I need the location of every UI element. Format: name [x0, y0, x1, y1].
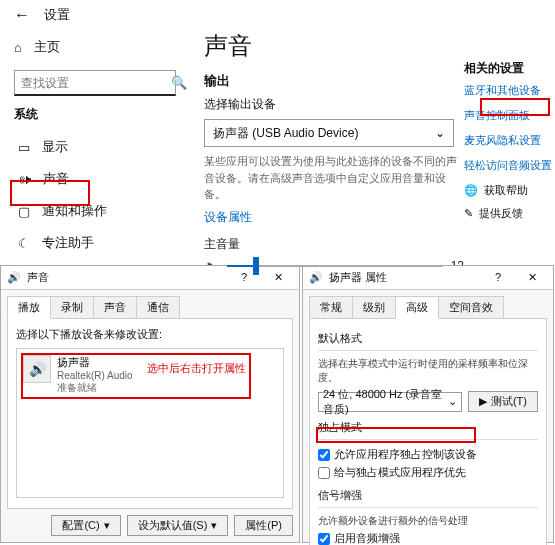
related-heading: 相关的设置	[464, 60, 555, 77]
set-default-button[interactable]: 设为默认值(S)▾	[127, 515, 229, 536]
home-icon: ⌂	[14, 40, 22, 55]
chevron-down-icon: ⌄	[435, 126, 445, 140]
speaker-properties-dialog: 🔊 扬声器 属性 ? ✕ 常规 级别 高级 空间音效 默认格式 选择在共享模式中…	[302, 265, 554, 543]
speaker-icon: 🔊	[7, 271, 21, 284]
tab-recording[interactable]: 录制	[50, 296, 94, 319]
exclusive-label: 独占模式	[318, 420, 538, 435]
checkbox-exclusive-control[interactable]: 允许应用程序独占控制该设备	[318, 447, 538, 462]
test-button[interactable]: ▶测试(T)	[468, 391, 538, 412]
dialog-title-speaker: 扬声器 属性	[329, 270, 387, 285]
nav-display[interactable]: ▭ 显示	[14, 131, 176, 163]
search-input[interactable]: 🔍	[14, 70, 176, 96]
sound-icon: 🕪	[18, 172, 31, 187]
get-help-link[interactable]: 🌐 获取帮助	[464, 183, 555, 198]
play-icon: ▶	[479, 395, 487, 408]
home-button[interactable]: ⌂ 主页	[14, 32, 176, 62]
close-icon[interactable]: ✕	[263, 271, 293, 284]
enhance-desc: 允许额外设备进行额外的信号处理	[318, 514, 538, 528]
search-icon: 🔍	[171, 75, 187, 90]
device-icon: 🔊	[23, 355, 51, 383]
choose-device-label: 选择输出设备	[204, 96, 464, 113]
tab-general[interactable]: 常规	[309, 296, 353, 319]
close-icon[interactable]: ✕	[517, 271, 547, 284]
default-format-desc: 选择在共享模式中运行时使用的采样频率和位深度。	[318, 357, 538, 385]
format-select[interactable]: 24 位, 48000 Hz (录音室音质) ⌄	[318, 392, 462, 412]
tab-playback[interactable]: 播放	[7, 296, 51, 319]
output-description: 某些应用可以设置为使用与此处选择的设备不同的声音设备。请在高级声音选项中自定义应…	[204, 153, 464, 203]
output-device-select[interactable]: 扬声器 (USB Audio Device) ⌄	[204, 119, 454, 147]
display-icon: ▭	[18, 140, 30, 155]
sidebar: ⌂ 主页 🔍 系统 ▭ 显示 🕪 声音 ▢ 通知和操作 ☾ 专注助	[0, 26, 190, 277]
chevron-down-icon: ▾	[211, 519, 217, 532]
back-icon[interactable]: ←	[14, 6, 30, 24]
tab-communications[interactable]: 通信	[136, 296, 180, 319]
tab-sounds[interactable]: 声音	[93, 296, 137, 319]
device-properties-link[interactable]: 设备属性	[204, 209, 464, 226]
dialog-title-sound: 声音	[27, 270, 49, 285]
configure-button[interactable]: 配置(C)▾	[51, 515, 120, 536]
notifications-icon: ▢	[18, 204, 30, 219]
sound-dialog: 🔊 声音 ? ✕ 播放 录制 声音 通信 选择以下播放设备来修改设置: 🔊 扬声…	[0, 265, 300, 543]
help-icon: 🌐	[464, 184, 478, 197]
properties-button[interactable]: 属性(P)	[234, 515, 293, 536]
output-heading: 输出	[204, 72, 464, 90]
speaker-icon: 🔊	[309, 271, 323, 284]
enhance-label: 信号增强	[318, 488, 538, 503]
tab-advanced[interactable]: 高级	[395, 296, 439, 319]
device-list[interactable]: 🔊 扬声器 Realtek(R) Audio 准备就绪 选中后右击打开属性	[16, 348, 284, 498]
feedback-icon: ✎	[464, 207, 473, 220]
section-label: 系统	[14, 106, 176, 123]
volume-label: 主音量	[204, 236, 464, 253]
chevron-down-icon: ⌄	[448, 395, 457, 408]
focus-icon: ☾	[18, 236, 30, 251]
chevron-down-icon: ▾	[104, 519, 110, 532]
checkbox-exclusive-priority[interactable]: 给与独占模式应用程序优先	[318, 465, 538, 480]
feedback-link[interactable]: ✎ 提供反馈	[464, 206, 555, 221]
nav-notifications[interactable]: ▢ 通知和操作	[14, 195, 176, 227]
nav-focus[interactable]: ☾ 专注助手	[14, 227, 176, 259]
nav-sound[interactable]: 🕪 声音	[14, 163, 176, 195]
link-mic-privacy[interactable]: 麦克风隐私设置	[464, 133, 555, 148]
default-format-label: 默认格式	[318, 331, 538, 346]
settings-title: 设置	[44, 6, 70, 24]
checkbox-audio-enhance[interactable]: 启用音频增强	[318, 531, 538, 545]
page-title: 声音	[204, 30, 464, 62]
tab-spatial[interactable]: 空间音效	[438, 296, 504, 319]
link-sound-control-panel[interactable]: 声音控制面板	[464, 108, 555, 123]
tab-levels[interactable]: 级别	[352, 296, 396, 319]
link-bluetooth[interactable]: 蓝牙和其他设备	[464, 83, 555, 98]
volume-slider[interactable]	[227, 265, 443, 267]
annotation-text: 选中后右击打开属性	[147, 361, 246, 376]
list-label: 选择以下播放设备来修改设置:	[16, 327, 284, 342]
link-ease-audio[interactable]: 轻松访问音频设置	[464, 158, 555, 173]
help-icon[interactable]: ?	[483, 271, 513, 284]
